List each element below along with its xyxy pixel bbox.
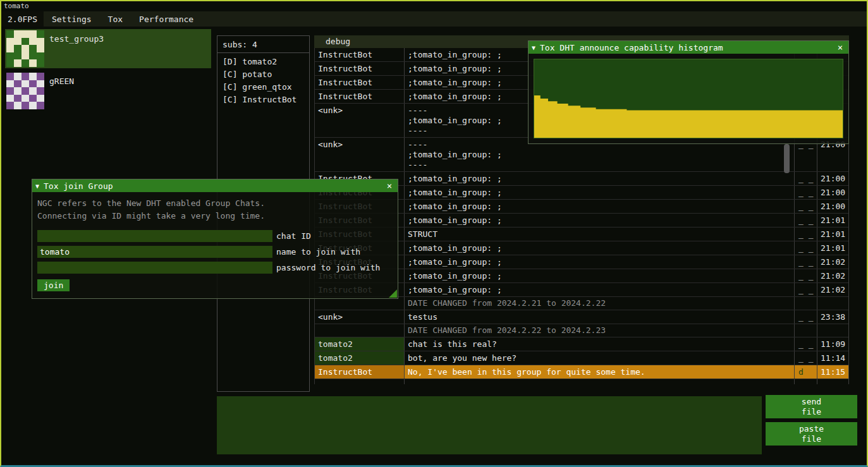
message-line: bot, are you new here? [408, 353, 794, 363]
avatar-pixel [14, 38, 21, 45]
group-item-test_group3[interactable]: test_group3 [5, 29, 211, 68]
histogram-plot [534, 59, 843, 138]
close-icon[interactable]: × [384, 181, 394, 191]
message-flags: _ _ [794, 337, 817, 351]
message-text: ;tomato_in_group: ; [404, 269, 794, 282]
message-time [817, 324, 849, 337]
sender-name: <unk> [315, 104, 404, 137]
avatar-pixel [21, 87, 29, 95]
message-text: ;tomato_in_group: ; [404, 172, 794, 185]
menu-item-performance[interactable]: Performance [131, 11, 202, 27]
message-line: testus [408, 312, 794, 322]
avatar-pixel [14, 87, 21, 95]
group-item-gREEN[interactable]: gREEN [5, 71, 211, 111]
password-to-join-with-input[interactable] [37, 262, 272, 274]
message-time: 21:01 [817, 227, 849, 241]
message-text: No, I've been in this group for quite so… [404, 365, 794, 379]
message-line: No, I've been in this group for quite so… [408, 367, 794, 377]
group-name: gREEN [49, 73, 74, 86]
menu-item-settings[interactable]: Settings [44, 11, 100, 27]
message-text: ;tomato_in_group: ; [404, 241, 794, 255]
app-window: tomato 2.0FPS SettingsToxPerformance tes… [0, 0, 868, 467]
avatar-pixel [14, 45, 21, 52]
message-text: chat is this real? [404, 337, 794, 351]
message-flags [794, 297, 817, 310]
fps-counter: 2.0FPS [1, 11, 44, 27]
message-text: testus [404, 310, 794, 324]
avatar-pixel [6, 30, 14, 38]
message-time: 21:02 [817, 255, 849, 269]
avatar-pixel [37, 95, 44, 102]
collapse-icon[interactable]: ▼ [532, 44, 535, 51]
message-line: ;tomato_in_group: ; [408, 188, 794, 198]
member-item[interactable]: [D] tomato2 [217, 56, 309, 68]
menu-item-tox[interactable]: Tox [100, 11, 131, 27]
sender-name: InstructBot [315, 76, 404, 89]
avatar-pixel [6, 80, 14, 88]
join-button[interactable]: join [37, 279, 70, 291]
message-time: 21:01 [817, 214, 849, 227]
message-flags: _ _ [794, 227, 817, 241]
message-line: ;tomato_in_group: ; [408, 243, 794, 253]
message-line: ;tomato_in_group: ; [408, 174, 794, 184]
message-flags: _ _ [794, 351, 817, 365]
avatar-pixel [29, 87, 37, 95]
chat-scrollbar-thumb[interactable] [784, 144, 790, 173]
paste-file-button[interactable]: paste file [766, 422, 857, 446]
window-title: tomato [4, 2, 29, 10]
avatar-pixel [14, 95, 21, 102]
sender-name: InstructBot [315, 48, 404, 61]
avatar-pixel [6, 52, 14, 60]
message-input[interactable] [217, 396, 762, 454]
avatar-pixel [29, 52, 37, 60]
avatar-pixel [29, 95, 37, 102]
message-time: 21:00 [817, 186, 849, 199]
avatar-pixel [37, 38, 44, 45]
field-label: name to join with [276, 247, 360, 257]
member-item[interactable]: [C] potato [217, 68, 309, 81]
join-window-body: NGC refers to the New DHT enabled Group … [32, 192, 398, 298]
message-line: ---- [408, 160, 794, 170]
message-text: STRUCT [404, 227, 794, 241]
message-time: 21:02 [817, 269, 849, 282]
histogram-window-body [529, 54, 848, 143]
message-text: ;tomato_in_group: ; [404, 283, 794, 296]
avatar-pixel [29, 30, 37, 38]
member-item[interactable]: [C] green_qtox [217, 81, 309, 94]
sender-name: InstructBot [315, 90, 404, 103]
window-titlebar[interactable]: tomato [1, 1, 867, 11]
histogram-window-titlebar[interactable]: ▼ Tox DHT announce capability histogram … [529, 41, 848, 54]
message-line: ;tomato_in_group: ; [408, 271, 794, 281]
message-time: 21:00 [817, 172, 849, 185]
join-field-row: password to join with [37, 262, 393, 274]
avatar-pixel [6, 102, 14, 109]
send-file-button[interactable]: send file [766, 395, 857, 418]
avatar-pixel [29, 80, 37, 88]
close-icon[interactable]: × [835, 42, 845, 52]
field-label: password to join with [276, 263, 380, 272]
avatar-pixel [6, 73, 14, 80]
collapse-icon[interactable]: ▼ [35, 183, 39, 190]
sender-name: tomato2 [315, 351, 404, 365]
avatar-pixel [37, 30, 44, 38]
message-time: 23:38 [817, 310, 849, 324]
name-to-join-with-input[interactable] [37, 246, 272, 258]
table-filler-cell [794, 379, 817, 384]
join-window-titlebar[interactable]: ▼ Tox join Group × [32, 179, 398, 192]
avatar-pixel [14, 73, 21, 80]
message-text: ;tomato_in_group: ; [404, 186, 794, 199]
member-item[interactable]: [C] InstructBot [217, 94, 309, 106]
sender-name: InstructBot [315, 365, 404, 379]
resize-grip[interactable] [389, 289, 397, 298]
message-row: InstructBotNo, I've been in this group f… [315, 365, 848, 379]
table-filler-cell [817, 379, 849, 384]
message-flags: _ _ [794, 283, 817, 296]
message-line: ;tomato_in_group: ; [408, 257, 794, 267]
histogram-window: ▼ Tox DHT announce capability histogram … [528, 40, 849, 144]
avatar-pixel [6, 95, 14, 102]
message-text: DATE CHANGED from 2024.2.21 to 2024.2.22 [404, 297, 794, 310]
chat-ID-input[interactable] [37, 230, 272, 242]
join-window-title: Tox join Group [44, 181, 380, 191]
sender-name: <unk> [315, 138, 404, 171]
message-line: chat is this real? [408, 339, 794, 349]
